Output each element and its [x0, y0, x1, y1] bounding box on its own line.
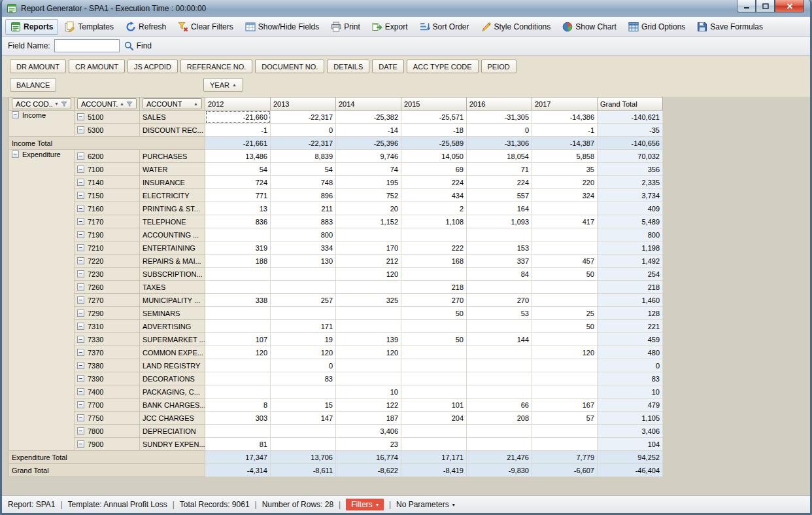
pivot-value-cell[interactable] — [205, 320, 271, 333]
pivot-column-header-2017[interactable]: 2017 — [532, 98, 598, 111]
pivot-account-cell[interactable]: PACKAGING, C... — [140, 385, 205, 399]
pivot-value-cell[interactable]: 417 — [532, 215, 598, 228]
collapse-button[interactable]: − — [77, 310, 84, 317]
pivot-value-cell[interactable] — [205, 385, 271, 399]
pivot-value-cell[interactable] — [467, 320, 532, 333]
reports-button[interactable]: Reports — [5, 19, 58, 35]
pivot-value-cell[interactable] — [532, 202, 598, 215]
pivot-value-cell[interactable]: -25,589 — [401, 137, 467, 150]
collapse-button[interactable]: − — [77, 218, 84, 225]
collapse-button[interactable]: − — [77, 270, 84, 277]
pivot-value-cell[interactable]: -4,314 — [205, 464, 271, 477]
pivot-value-cell[interactable] — [205, 307, 271, 320]
pivot-value-cell[interactable]: 3,734 — [598, 189, 663, 202]
pivot-column-header-2013[interactable]: 2013 — [271, 98, 336, 111]
pivot-value-cell[interactable] — [336, 320, 401, 333]
pivot-code-cell[interactable]: −7700 — [75, 399, 140, 412]
filter-field-cr-amount[interactable]: CR AMOUNT — [69, 60, 125, 73]
collapse-button[interactable]: − — [77, 179, 84, 186]
pivot-value-cell[interactable] — [205, 359, 271, 372]
pivot-value-cell[interactable] — [467, 281, 532, 294]
pivot-value-cell[interactable]: 896 — [271, 189, 336, 202]
pivot-account-cell[interactable]: PRINTING & ST... — [140, 202, 205, 215]
pivot-value-cell[interactable]: 53 — [467, 307, 532, 320]
pivot-value-cell[interactable]: 19 — [271, 333, 336, 346]
collapse-button[interactable]: − — [77, 362, 84, 369]
pivot-value-cell[interactable]: 84 — [467, 268, 532, 281]
pivot-account-cell[interactable]: SALES — [140, 111, 205, 124]
pivot-value-cell[interactable] — [271, 438, 336, 451]
pivot-value-cell[interactable]: -22,317 — [271, 137, 336, 150]
clear-filters-button[interactable]: Clear Filters — [173, 19, 239, 35]
pivot-value-cell[interactable]: 270 — [467, 294, 532, 307]
pivot-code-cell[interactable]: −7310 — [75, 320, 140, 333]
pivot-value-cell[interactable]: 356 — [598, 163, 663, 176]
pivot-value-cell[interactable]: 752 — [336, 189, 401, 202]
pivot-column-header-2012[interactable]: 2012 — [205, 98, 271, 111]
style-conditions-button[interactable]: Style Conditions — [476, 19, 556, 35]
pivot-code-cell[interactable]: −7270 — [75, 294, 140, 307]
pivot-value-cell[interactable]: 13,706 — [271, 451, 336, 464]
pivot-value-cell[interactable]: 748 — [271, 176, 336, 189]
pivot-value-cell[interactable] — [532, 438, 598, 451]
collapse-button[interactable]: − — [12, 151, 19, 158]
pivot-value-cell[interactable]: 221 — [598, 320, 663, 333]
collapse-button[interactable]: − — [77, 244, 84, 251]
pivot-value-cell[interactable]: 254 — [598, 268, 663, 281]
pivot-value-cell[interactable] — [532, 281, 598, 294]
pivot-value-cell[interactable]: 337 — [467, 255, 532, 268]
pivot-group-cell-expenditure[interactable]: −Expenditure — [9, 150, 75, 451]
pivot-value-cell[interactable]: 10 — [336, 385, 401, 399]
pivot-value-cell[interactable] — [336, 359, 401, 372]
collapse-button[interactable]: − — [77, 166, 84, 173]
pivot-account-cell[interactable]: INSURANCE — [140, 176, 205, 189]
filter-field-document-no[interactable]: DOCUMENT NO. — [255, 60, 324, 73]
filter-field-date[interactable]: DATE — [372, 60, 404, 73]
pivot-value-cell[interactable]: 1,105 — [598, 412, 663, 425]
pivot-value-cell[interactable]: 270 — [401, 294, 467, 307]
pivot-account-cell[interactable]: MUNICIPALITY ... — [140, 294, 205, 307]
pivot-value-cell[interactable]: 557 — [467, 189, 532, 202]
pivot-value-cell[interactable] — [532, 359, 598, 372]
pivot-value-cell[interactable]: 457 — [532, 255, 598, 268]
pivot-value-cell[interactable]: 74 — [336, 163, 401, 176]
collapse-button[interactable]: − — [77, 401, 84, 408]
pivot-value-cell[interactable]: 69 — [401, 163, 467, 176]
pivot-account-cell[interactable]: LAND REGISTRY — [140, 359, 205, 372]
pivot-value-cell[interactable] — [271, 268, 336, 281]
pivot-value-cell[interactable]: 204 — [401, 412, 467, 425]
pivot-value-cell[interactable]: 434 — [401, 189, 467, 202]
pivot-value-cell[interactable]: -140,621 — [598, 111, 663, 124]
refresh-button[interactable]: Refresh — [120, 19, 171, 35]
pivot-value-cell[interactable] — [401, 268, 467, 281]
pivot-value-cell[interactable]: 120 — [271, 346, 336, 359]
collapse-button[interactable]: − — [77, 427, 84, 435]
show-chart-button[interactable]: Show Chart — [557, 19, 622, 35]
pivot-value-cell[interactable]: 800 — [598, 228, 663, 241]
pivot-value-cell[interactable]: -140,656 — [598, 137, 663, 150]
collapse-button[interactable]: − — [77, 257, 84, 264]
close-button[interactable] — [775, 0, 804, 12]
pivot-code-cell[interactable]: −7150 — [75, 189, 140, 202]
pivot-code-cell[interactable]: −7260 — [75, 281, 140, 294]
pivot-value-cell[interactable] — [532, 228, 598, 241]
pivot-value-cell[interactable]: -8,622 — [336, 464, 401, 477]
pivot-value-cell[interactable]: 479 — [598, 399, 663, 412]
collapse-button[interactable]: − — [77, 113, 84, 120]
pivot-value-cell[interactable]: 130 — [271, 255, 336, 268]
pivot-account-cell[interactable]: WATER — [140, 163, 205, 176]
pivot-account-cell[interactable]: DEPRECIATION — [140, 425, 205, 438]
pivot-value-cell[interactable]: 338 — [205, 294, 271, 307]
pivot-account-cell[interactable]: DISCOUNT REC... — [140, 124, 205, 137]
pivot-value-cell[interactable]: -14,387 — [532, 137, 598, 150]
pivot-value-cell[interactable] — [401, 438, 467, 451]
pivot-value-cell[interactable]: 9,746 — [336, 150, 401, 163]
pivot-value-cell[interactable]: 324 — [532, 189, 598, 202]
pivot-value-cell[interactable]: 17,171 — [401, 451, 467, 464]
pivot-code-cell[interactable]: −7210 — [75, 241, 140, 255]
pivot-value-cell[interactable] — [401, 320, 467, 333]
pivot-account-cell[interactable]: COMMON EXPE... — [140, 346, 205, 359]
pivot-value-cell[interactable] — [271, 425, 336, 438]
pivot-value-cell[interactable]: -14,386 — [532, 111, 598, 124]
filter-icon[interactable] — [126, 101, 133, 107]
